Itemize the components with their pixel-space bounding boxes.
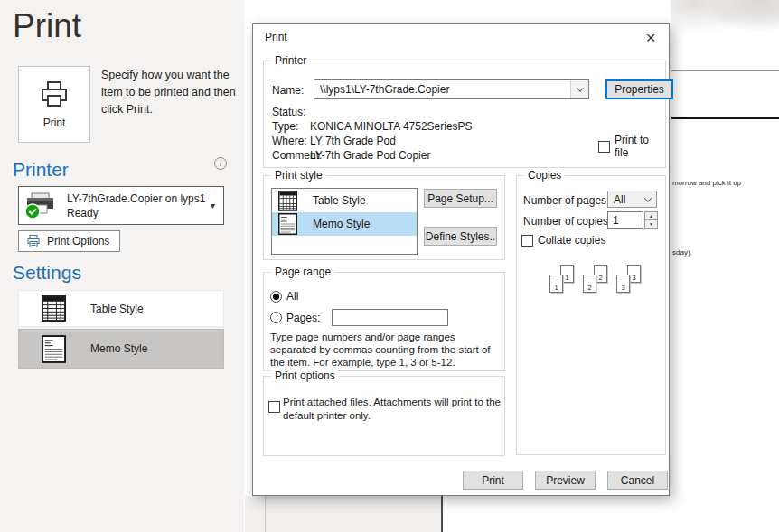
cancel-button[interactable]: Cancel xyxy=(607,471,668,490)
preview-divider-line xyxy=(671,70,779,71)
preview-page-border-dark xyxy=(441,496,443,532)
copies-group: Copies Number of pages: All Number of co… xyxy=(516,175,666,455)
printer-selector-dropdown[interactable]: LY-7thGrade.Copier on lyps1 Ready ▾ xyxy=(18,186,224,225)
page-number: 2 xyxy=(587,284,591,292)
settings-item-table-style[interactable]: Table Style xyxy=(18,290,224,327)
selected-printer-name: LY-7thGrade.Copier on lyps1 xyxy=(67,191,205,206)
page-number: 2 xyxy=(598,274,602,282)
spinner-down-button[interactable]: ▼ xyxy=(644,219,658,229)
print-options-group: Print options Print attached files. Atta… xyxy=(263,376,505,456)
print-to-file-checkbox[interactable] xyxy=(598,141,610,153)
pages-radio[interactable] xyxy=(270,312,282,323)
settings-item-label: Table Style xyxy=(90,303,144,315)
printer-group-label: Printer xyxy=(271,54,310,67)
printer-icon xyxy=(38,79,70,110)
properties-button[interactable]: Properties xyxy=(605,79,673,99)
settings-item-label: Memo Style xyxy=(90,342,147,355)
page-number: 1 xyxy=(554,284,558,292)
all-radio-label: All xyxy=(286,290,298,303)
info-icon[interactable]: i xyxy=(214,157,227,170)
collate-copies-checkbox[interactable] xyxy=(521,235,533,247)
print-to-file-label: Print to file xyxy=(615,134,665,159)
combobox-dropdown-button[interactable] xyxy=(570,80,588,98)
collate-illustration: 1 1 2 2 3 3 xyxy=(549,265,641,293)
preview-heavy-divider-line xyxy=(671,117,779,119)
preview-page-border-light xyxy=(265,496,266,532)
printer-device-icon xyxy=(23,191,58,220)
print-options-label: Print Options xyxy=(47,235,109,247)
where-label: Where: xyxy=(272,135,307,147)
type-value: KONICA MINOLTA 4752SeriesPS xyxy=(310,120,473,133)
collate-copies-row: Collate copies xyxy=(521,234,605,247)
number-of-copies-label: Number of copies: xyxy=(523,215,611,228)
table-style-icon xyxy=(278,191,297,211)
print-style-group: Print style Table Style xyxy=(263,175,505,260)
print-submit-button[interactable]: Print xyxy=(463,471,523,490)
where-value: LY 7th Grade Pod xyxy=(310,135,396,147)
page-setup-button[interactable]: Page Setup... xyxy=(424,189,497,208)
number-of-pages-dropdown[interactable]: All xyxy=(607,191,657,208)
print-dialog: Print ✕ Printer Name: \\lyps1\LY-7thGrad… xyxy=(252,23,670,496)
preview-decorative-texture xyxy=(671,0,779,45)
collate-page-pair: 2 2 xyxy=(583,265,607,293)
number-of-copies-value: 1 xyxy=(613,214,619,227)
number-of-pages-value: All xyxy=(608,193,640,206)
pages-input[interactable] xyxy=(332,309,448,326)
selected-printer-status: Ready xyxy=(67,206,205,220)
printer-name-value: \\lyps1\LY-7thGrade.Copier xyxy=(314,83,570,96)
print-to-file-row: Print to file xyxy=(598,134,665,159)
print-attached-files-label: Print attached files. Attachments will p… xyxy=(283,396,502,423)
memo-style-icon xyxy=(42,335,66,363)
print-options-button[interactable]: Print Options xyxy=(18,230,120,252)
printer-section-heading: Printer xyxy=(13,159,69,181)
printer-name-combobox[interactable]: \\lyps1\LY-7thGrade.Copier xyxy=(314,79,589,99)
pages-radio-label: Pages: xyxy=(286,312,320,324)
copies-group-label: Copies xyxy=(524,169,565,182)
page-number: 3 xyxy=(621,284,624,292)
preview-button[interactable]: Preview xyxy=(535,471,596,490)
type-label: Type: xyxy=(272,120,298,133)
chevron-down-icon xyxy=(644,194,652,201)
dialog-title: Print xyxy=(265,31,287,43)
combobox-dropdown-button[interactable] xyxy=(640,191,656,207)
chevron-down-icon xyxy=(576,84,583,91)
list-item-table-style[interactable]: Table Style xyxy=(272,189,417,212)
printer-group: Printer Name: \\lyps1\LY-7thGrade.Copier… xyxy=(263,61,666,168)
copies-spinner: ▲ ▼ xyxy=(644,211,658,229)
number-of-pages-label: Number of pages: xyxy=(523,194,609,207)
close-icon[interactable]: ✕ xyxy=(642,29,660,47)
list-item-memo-style[interactable]: Memo Style xyxy=(272,212,417,236)
status-label: Status: xyxy=(272,106,305,118)
define-styles-button[interactable]: Define Styles.. xyxy=(424,227,497,246)
preview-text-fragment: morrow and pick it up xyxy=(672,179,741,187)
page-range-group-label: Page range xyxy=(271,266,334,278)
print-attached-files-checkbox[interactable] xyxy=(268,401,280,413)
settings-item-memo-style[interactable]: Memo Style xyxy=(18,329,224,369)
number-of-copies-input[interactable]: 1 xyxy=(607,211,643,229)
caret-down-icon: ▾ xyxy=(211,201,215,210)
print-description: Specify how you want the item to be prin… xyxy=(101,67,249,118)
print-options-icon xyxy=(26,234,41,248)
comment-value: LY-7th Grade Pod Copier xyxy=(310,149,430,162)
spinner-up-button[interactable]: ▲ xyxy=(644,211,658,219)
list-item-label: Table Style xyxy=(313,194,366,207)
preview-page-edge xyxy=(245,496,442,532)
page-number: 3 xyxy=(632,274,635,282)
page-range-pages-row: Pages: xyxy=(270,309,448,326)
page-range-help-text: Type page numbers and/or page ranges sep… xyxy=(270,331,502,369)
page-range-all-row: All xyxy=(270,290,298,303)
collate-page-pair: 3 3 xyxy=(616,265,641,293)
page-number: 1 xyxy=(565,274,568,282)
print-style-listbox: Table Style Memo Style xyxy=(271,188,418,255)
collate-page-pair: 1 1 xyxy=(549,265,574,293)
memo-style-icon xyxy=(278,213,297,235)
list-item-label: Memo Style xyxy=(313,218,370,230)
preview-text-fragment: sday). xyxy=(672,248,692,257)
collate-copies-label: Collate copies xyxy=(538,234,605,247)
print-options-group-label: Print options xyxy=(271,369,339,382)
print-button-label: Print xyxy=(43,117,66,129)
all-radio[interactable] xyxy=(270,291,282,303)
table-style-icon xyxy=(42,295,66,322)
page-range-group: Page range All Pages: Type page numbers … xyxy=(263,272,505,371)
print-button[interactable]: Print xyxy=(18,66,90,143)
